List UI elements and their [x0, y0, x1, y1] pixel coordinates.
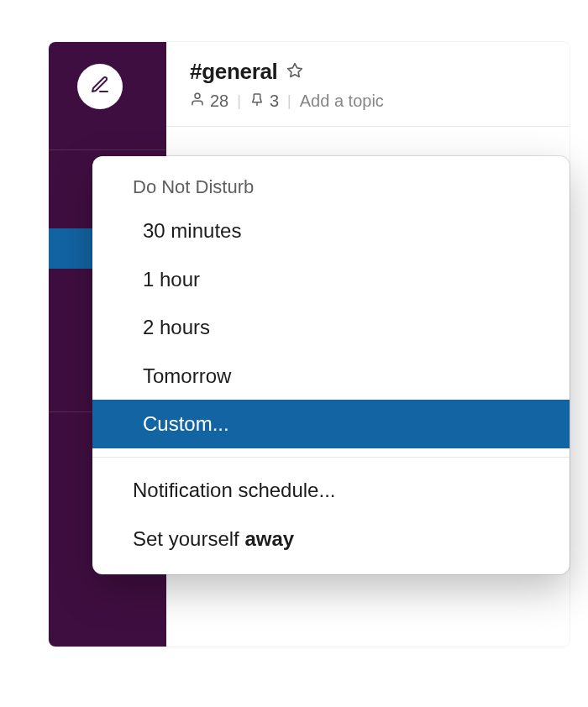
member-count[interactable]: 28	[190, 92, 228, 111]
pin-icon	[249, 92, 265, 111]
menu-section-header: Do Not Disturb	[92, 171, 570, 207]
notification-schedule-item[interactable]: Notification schedule...	[92, 466, 570, 515]
set-away-bold: away	[244, 527, 294, 550]
pinned-count[interactable]: 3	[249, 92, 279, 111]
compose-button[interactable]	[77, 64, 123, 109]
channel-meta: 28 | 3 | Add a topic	[190, 92, 546, 111]
set-away-prefix: Set yourself	[133, 527, 244, 550]
meta-divider: |	[287, 92, 291, 110]
channel-header: #general 28 |	[166, 42, 570, 127]
svg-point-1	[195, 93, 200, 98]
channel-name[interactable]: #general	[190, 59, 278, 85]
dnd-option-tomorrow[interactable]: Tomorrow	[92, 352, 570, 401]
set-away-item[interactable]: Set yourself away	[92, 515, 570, 563]
sidebar-divider	[49, 149, 166, 150]
person-icon	[190, 92, 205, 111]
menu-divider	[92, 457, 570, 458]
pinned-count-value: 3	[270, 92, 279, 111]
dnd-option-2-hours[interactable]: 2 hours	[92, 303, 570, 352]
compose-icon	[90, 75, 110, 98]
dnd-option-1-hour[interactable]: 1 hour	[92, 255, 570, 304]
dnd-context-menu: Do Not Disturb 30 minutes 1 hour 2 hours…	[92, 156, 570, 574]
member-count-value: 28	[210, 92, 228, 111]
star-icon[interactable]	[286, 62, 303, 82]
svg-marker-0	[287, 63, 302, 76]
dnd-option-30-minutes[interactable]: 30 minutes	[92, 207, 570, 255]
meta-divider: |	[237, 92, 241, 110]
dnd-option-custom[interactable]: Custom...	[92, 400, 570, 448]
add-topic[interactable]: Add a topic	[300, 92, 384, 111]
channel-title-row: #general	[190, 59, 546, 85]
